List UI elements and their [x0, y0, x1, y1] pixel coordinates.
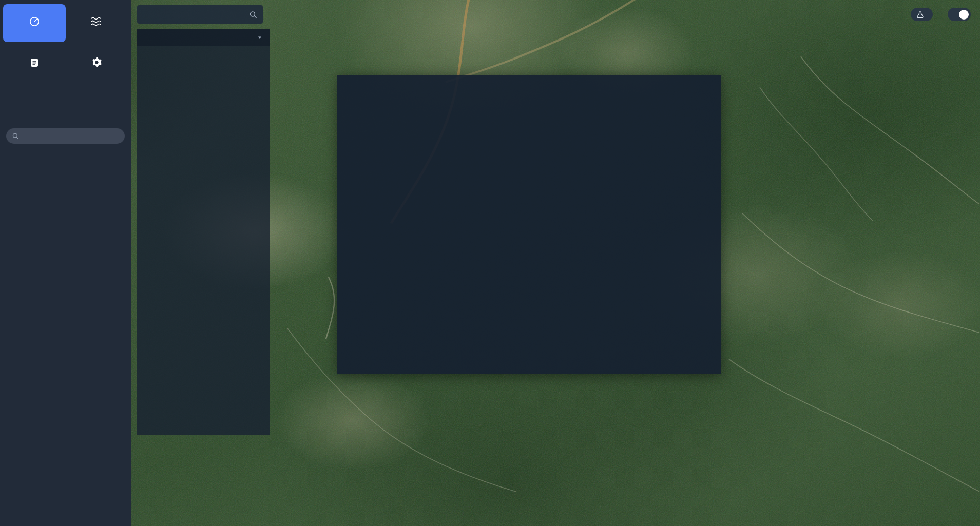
module-grid	[0, 0, 131, 83]
chevron-down-icon: ▼	[257, 35, 262, 40]
keyword-search[interactable]	[6, 128, 125, 144]
flask-icon	[917, 11, 924, 18]
toggle-knob[interactable]	[959, 10, 969, 20]
chart-legend	[350, 207, 709, 220]
station-search[interactable]	[137, 5, 263, 24]
waves-icon	[90, 16, 103, 27]
station-list-panel: ▼	[137, 29, 270, 435]
app-root: ▼	[0, 0, 980, 526]
search-icon	[249, 11, 257, 18]
document-icon	[29, 57, 40, 68]
modal-title	[337, 75, 721, 83]
keyword-search-input[interactable]	[23, 132, 119, 140]
module-planned-water-use[interactable]	[66, 4, 128, 42]
station-search-input[interactable]	[143, 11, 249, 18]
over-plan-intake-pill[interactable]	[911, 8, 933, 21]
chart-area	[350, 207, 709, 359]
annual-volume-line-chart	[350, 220, 709, 357]
search-icon	[12, 132, 19, 140]
station-filter-header: ▼	[137, 29, 270, 46]
station-detail-modal	[337, 75, 721, 374]
sidebar	[0, 0, 131, 526]
module-business-settings[interactable]	[66, 45, 128, 83]
source-type-filter[interactable]: ▼	[254, 35, 262, 41]
module-water-saving-management[interactable]	[3, 45, 66, 83]
gear-icon	[91, 57, 102, 68]
meter-icon	[29, 16, 40, 27]
module-water-intake-management[interactable]	[3, 4, 66, 42]
detail-toggle[interactable]	[948, 8, 971, 21]
